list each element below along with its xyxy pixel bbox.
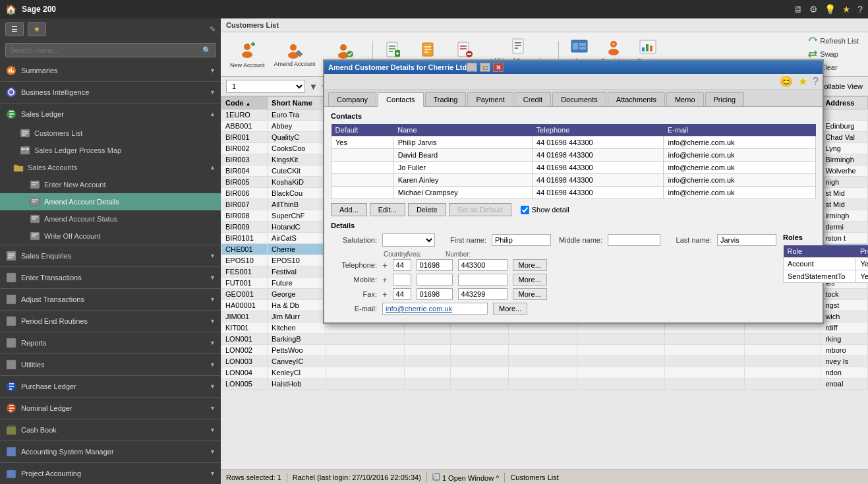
star-icon[interactable]: ★ bbox=[842, 4, 851, 15]
tab-payment[interactable]: Payment bbox=[467, 92, 513, 106]
bi-arrow: ▼ bbox=[210, 89, 216, 96]
col-header-short-name[interactable]: Short Name bbox=[268, 97, 326, 109]
sidebar-item-enter-new-account[interactable]: Enter New Account bbox=[0, 176, 221, 193]
roles-row[interactable]: SendStatementToYes bbox=[784, 270, 869, 283]
sidebar-item-enter-transactions[interactable]: Enter Transactions ▼ bbox=[0, 267, 221, 288]
tab-attachments[interactable]: Attachments bbox=[608, 92, 665, 106]
salutation-select[interactable] bbox=[382, 233, 435, 247]
sidebar-item-sales-ledger[interactable]: Sales Ledger ▲ bbox=[0, 104, 221, 125]
sidebar-item-amend-account-status[interactable]: Amend Account Status bbox=[0, 210, 221, 227]
new-account-button[interactable]: New Account bbox=[226, 39, 269, 70]
sidebar-item-adjust-transactions[interactable]: Adjust Transactions ▼ bbox=[0, 289, 221, 310]
table-row[interactable]: LON003CanveyICnvey Is bbox=[221, 356, 868, 367]
sidebar-item-period-end[interactable]: Period End Routines ▼ bbox=[0, 311, 221, 332]
sidebar-section-nominal-ledger: Nominal Ledger ▼ bbox=[0, 398, 221, 419]
tab-credit[interactable]: Credit bbox=[515, 92, 551, 106]
table-row[interactable]: LON004KenleyClndon bbox=[221, 367, 868, 378]
modal-smiley-icon[interactable]: 😊 bbox=[780, 75, 793, 88]
sidebar-item-customers-list[interactable]: Customers List bbox=[0, 125, 221, 142]
sidebar-item-reports[interactable]: Reports ▼ bbox=[0, 332, 221, 353]
first-name-input[interactable] bbox=[492, 234, 551, 246]
sidebar-section-cash-book: Cash Book ▼ bbox=[0, 419, 221, 441]
fax-number-input[interactable] bbox=[458, 288, 507, 300]
fax-country-input[interactable] bbox=[393, 288, 411, 300]
sidebar-item-sales-enquiries[interactable]: Sales Enquiries ▼ bbox=[0, 245, 221, 266]
sidebar-item-summaries[interactable]: Summaries ▼ bbox=[0, 60, 221, 81]
tab-trading[interactable]: Trading bbox=[425, 92, 467, 106]
refresh-list-button[interactable]: Refresh List bbox=[804, 35, 863, 47]
write-off-account-icon bbox=[30, 231, 40, 241]
sidebar-item-purchase-ledger[interactable]: Purchase Ledger ▼ bbox=[0, 376, 221, 397]
sidebar-search-container: 🔍 bbox=[5, 43, 216, 57]
col-header-code[interactable]: Code ▲ bbox=[221, 97, 268, 109]
show-detail-checkbox[interactable] bbox=[521, 206, 529, 214]
sidebar-item-bi[interactable]: Business Intelligence ▼ bbox=[0, 82, 221, 103]
contact-row[interactable]: David Beard44 01698 443300info@cherrie.c… bbox=[332, 149, 816, 162]
contact-row[interactable]: Karen Ainley44 01698 443300info@cherrie.… bbox=[332, 174, 816, 187]
add-contact-button[interactable]: Add... bbox=[331, 203, 367, 216]
monitor-icon[interactable]: 🖥 bbox=[794, 4, 803, 15]
sales-enquiries-icon bbox=[5, 250, 17, 262]
modal-restore-button[interactable]: □ bbox=[480, 63, 490, 72]
telephone-number-input[interactable] bbox=[458, 259, 507, 271]
edit-contact-button[interactable]: Edit... bbox=[370, 203, 405, 216]
sidebar-item-write-off-account[interactable]: Write Off Account bbox=[0, 227, 221, 245]
status-bar-sep-2 bbox=[426, 473, 427, 482]
fax-more-button[interactable]: More... bbox=[513, 288, 547, 300]
last-name-input[interactable] bbox=[717, 234, 776, 246]
sidebar-item-process-map[interactable]: Sales Ledger Process Map bbox=[0, 142, 221, 159]
sidebar-search-input[interactable] bbox=[5, 43, 216, 57]
filter-dropdown[interactable]: 1 bbox=[226, 80, 305, 93]
sidebar-subsection-sales-accounts[interactable]: Sales Accounts ▲ bbox=[0, 159, 221, 176]
contact-row[interactable]: Michael Crampsey44 01698 443300info@cher… bbox=[332, 187, 816, 199]
delete-contact-button[interactable]: Delete bbox=[408, 203, 446, 216]
mobile-more-button[interactable]: More... bbox=[513, 274, 547, 286]
sidebar-item-nominal-ledger[interactable]: Nominal Ledger ▼ bbox=[0, 398, 221, 419]
contact-row[interactable]: YesPhilip Jarvis44 01698 443300info@cher… bbox=[332, 136, 816, 149]
app-logo: 🏠 bbox=[5, 4, 16, 15]
email-input[interactable] bbox=[382, 303, 488, 315]
gear-icon[interactable]: ⚙ bbox=[809, 4, 818, 15]
mobile-area-input[interactable] bbox=[417, 274, 453, 286]
modal-minimize-button[interactable]: _ bbox=[467, 63, 477, 72]
tab-documents[interactable]: Documents bbox=[552, 92, 606, 106]
contact-row[interactable]: Jo Fuller44 01698 443300info@cherrie.com… bbox=[332, 162, 816, 174]
table-row[interactable]: KIT001Kitchenrdiff bbox=[221, 322, 868, 334]
tab-pricing[interactable]: Pricing bbox=[705, 92, 745, 106]
modal-close-button[interactable]: ✕ bbox=[493, 63, 504, 72]
tab-contacts[interactable]: Contacts bbox=[378, 92, 423, 107]
filter-icon[interactable]: ▼ bbox=[309, 82, 318, 92]
email-more-button[interactable]: More... bbox=[493, 303, 527, 315]
col-header-addr3[interactable]: Address bbox=[821, 97, 868, 109]
swap-button[interactable]: Swap bbox=[804, 48, 863, 60]
table-row[interactable]: LON001BarkingBrking bbox=[221, 334, 868, 345]
sidebar-item-asm[interactable]: Accounting System Manager ▼ bbox=[0, 441, 221, 462]
modal-help-icon[interactable]: ? bbox=[813, 76, 819, 88]
table-row[interactable]: LON002PettsWoomboro bbox=[221, 345, 868, 356]
telephone-country-input[interactable] bbox=[393, 259, 411, 271]
modal-star-icon[interactable]: ★ bbox=[798, 75, 807, 88]
details-left: Salutation: First name: Middle name: Las… bbox=[331, 233, 776, 317]
sidebar-item-amend-account-details[interactable]: Amend Account Details bbox=[0, 193, 221, 210]
sidebar-menu-button[interactable]: ☰ bbox=[5, 22, 24, 36]
mobile-number-input[interactable] bbox=[458, 274, 507, 286]
set-as-default-button[interactable]: Set as Default bbox=[449, 203, 511, 216]
sidebar-favorites-button[interactable]: ★ bbox=[28, 22, 46, 36]
sidebar-item-cash-book[interactable]: Cash Book ▼ bbox=[0, 419, 221, 440]
middle-name-input[interactable] bbox=[608, 234, 660, 246]
tab-company[interactable]: Company bbox=[328, 92, 376, 106]
tab-memo[interactable]: Memo bbox=[666, 92, 704, 106]
help-icon[interactable]: ? bbox=[857, 4, 863, 15]
mobile-country-input[interactable] bbox=[393, 274, 411, 286]
sidebar-item-utilities[interactable]: Utilities ▼ bbox=[0, 354, 221, 375]
lightbulb-icon[interactable]: 💡 bbox=[825, 4, 836, 15]
table-row[interactable]: LON005HalstHobenoal bbox=[221, 378, 868, 390]
amend-account-button[interactable]: Amend Account bbox=[270, 40, 320, 69]
roles-row[interactable]: AccountYes bbox=[784, 258, 869, 270]
fax-area-input[interactable] bbox=[417, 288, 453, 300]
sidebar-edit-icon[interactable]: ✎ bbox=[210, 25, 216, 34]
asm-label: Accounting System Manager bbox=[21, 448, 210, 456]
sidebar-item-project-accounting[interactable]: Project Accounting ▼ bbox=[0, 463, 221, 484]
telephone-area-input[interactable] bbox=[417, 259, 453, 271]
telephone-more-button[interactable]: More... bbox=[513, 259, 547, 271]
